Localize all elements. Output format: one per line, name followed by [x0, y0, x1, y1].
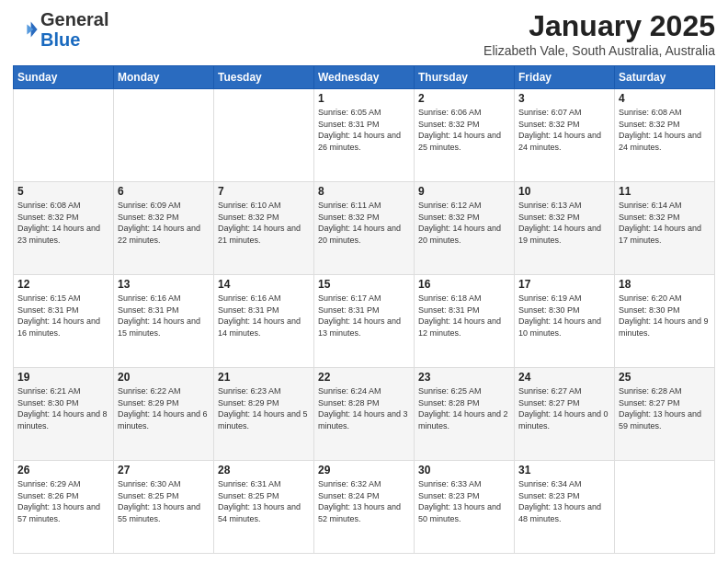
day-number: 8: [318, 185, 410, 198]
day-info: Sunrise: 6:13 AM Sunset: 8:32 PM Dayligh…: [518, 200, 610, 246]
calendar-cell: [214, 89, 314, 182]
title-area: January 2025 Elizabeth Vale, South Austr…: [483, 9, 715, 58]
month-title: January 2025: [483, 9, 715, 43]
calendar-cell: 29Sunrise: 6:32 AM Sunset: 8:24 PM Dayli…: [314, 461, 415, 554]
day-info: Sunrise: 6:12 AM Sunset: 8:32 PM Dayligh…: [418, 200, 510, 246]
day-number: 25: [619, 371, 711, 384]
page: General Blue January 2025 Elizabeth Vale…: [0, 0, 728, 563]
logo-icon: [13, 17, 39, 42]
week-row-2: 5Sunrise: 6:08 AM Sunset: 8:32 PM Daylig…: [14, 182, 715, 275]
week-row-4: 19Sunrise: 6:21 AM Sunset: 8:30 PM Dayli…: [14, 368, 715, 461]
day-info: Sunrise: 6:11 AM Sunset: 8:32 PM Dayligh…: [318, 200, 410, 246]
calendar-cell: 20Sunrise: 6:22 AM Sunset: 8:29 PM Dayli…: [114, 368, 214, 461]
day-number: 10: [518, 185, 610, 198]
day-number: 6: [118, 185, 210, 198]
calendar-cell: 5Sunrise: 6:08 AM Sunset: 8:32 PM Daylig…: [14, 182, 114, 275]
calendar-cell: 10Sunrise: 6:13 AM Sunset: 8:32 PM Dayli…: [515, 182, 615, 275]
day-number: 18: [619, 278, 711, 291]
logo-blue: Blue: [40, 29, 80, 50]
day-number: 30: [418, 464, 510, 477]
day-info: Sunrise: 6:09 AM Sunset: 8:32 PM Dayligh…: [118, 200, 210, 246]
header: General Blue January 2025 Elizabeth Vale…: [13, 9, 715, 58]
calendar-cell: 15Sunrise: 6:17 AM Sunset: 8:31 PM Dayli…: [314, 275, 415, 368]
calendar-cell: 1Sunrise: 6:05 AM Sunset: 8:31 PM Daylig…: [314, 89, 415, 182]
day-info: Sunrise: 6:20 AM Sunset: 8:30 PM Dayligh…: [619, 293, 711, 339]
week-row-5: 26Sunrise: 6:29 AM Sunset: 8:26 PM Dayli…: [14, 461, 715, 554]
day-info: Sunrise: 6:07 AM Sunset: 8:32 PM Dayligh…: [518, 107, 610, 153]
day-number: 13: [118, 278, 210, 291]
weekday-header-saturday: Saturday: [615, 66, 715, 89]
calendar-cell: 13Sunrise: 6:16 AM Sunset: 8:31 PM Dayli…: [114, 275, 214, 368]
calendar-cell: 19Sunrise: 6:21 AM Sunset: 8:30 PM Dayli…: [14, 368, 114, 461]
calendar-cell: 24Sunrise: 6:27 AM Sunset: 8:27 PM Dayli…: [515, 368, 615, 461]
calendar-cell: 21Sunrise: 6:23 AM Sunset: 8:29 PM Dayli…: [214, 368, 314, 461]
calendar-cell: 27Sunrise: 6:30 AM Sunset: 8:25 PM Dayli…: [114, 461, 214, 554]
day-info: Sunrise: 6:29 AM Sunset: 8:26 PM Dayligh…: [17, 478, 109, 524]
day-info: Sunrise: 6:18 AM Sunset: 8:31 PM Dayligh…: [418, 293, 510, 339]
weekday-header-monday: Monday: [114, 66, 214, 89]
day-info: Sunrise: 6:25 AM Sunset: 8:28 PM Dayligh…: [418, 385, 510, 431]
calendar-cell: 12Sunrise: 6:15 AM Sunset: 8:31 PM Dayli…: [14, 275, 114, 368]
calendar-cell: 18Sunrise: 6:20 AM Sunset: 8:30 PM Dayli…: [615, 275, 715, 368]
day-number: 11: [619, 185, 711, 198]
calendar-cell: [14, 89, 114, 182]
weekday-header-thursday: Thursday: [415, 66, 515, 89]
day-info: Sunrise: 6:16 AM Sunset: 8:31 PM Dayligh…: [218, 293, 310, 339]
day-info: Sunrise: 6:10 AM Sunset: 8:32 PM Dayligh…: [218, 200, 310, 246]
day-info: Sunrise: 6:05 AM Sunset: 8:31 PM Dayligh…: [318, 107, 410, 153]
day-number: 1: [318, 92, 410, 105]
day-number: 26: [17, 464, 109, 477]
calendar-cell: [114, 89, 214, 182]
weekday-header-sunday: Sunday: [14, 66, 114, 89]
day-number: 5: [17, 185, 109, 198]
day-info: Sunrise: 6:30 AM Sunset: 8:25 PM Dayligh…: [118, 478, 210, 524]
day-info: Sunrise: 6:08 AM Sunset: 8:32 PM Dayligh…: [619, 107, 711, 153]
day-number: 15: [318, 278, 410, 291]
day-number: 20: [118, 371, 210, 384]
day-info: Sunrise: 6:16 AM Sunset: 8:31 PM Dayligh…: [118, 293, 210, 339]
day-number: 7: [218, 185, 310, 198]
calendar-cell: 25Sunrise: 6:28 AM Sunset: 8:27 PM Dayli…: [615, 368, 715, 461]
day-info: Sunrise: 6:19 AM Sunset: 8:30 PM Dayligh…: [518, 293, 610, 339]
day-info: Sunrise: 6:21 AM Sunset: 8:30 PM Dayligh…: [17, 385, 109, 431]
weekday-header-wednesday: Wednesday: [314, 66, 415, 89]
calendar-cell: 31Sunrise: 6:34 AM Sunset: 8:23 PM Dayli…: [515, 461, 615, 554]
weekday-header-friday: Friday: [515, 66, 615, 89]
day-info: Sunrise: 6:32 AM Sunset: 8:24 PM Dayligh…: [318, 478, 410, 524]
calendar-cell: 17Sunrise: 6:19 AM Sunset: 8:30 PM Dayli…: [515, 275, 615, 368]
day-info: Sunrise: 6:22 AM Sunset: 8:29 PM Dayligh…: [118, 385, 210, 431]
day-number: 9: [418, 185, 510, 198]
day-number: 27: [118, 464, 210, 477]
day-info: Sunrise: 6:17 AM Sunset: 8:31 PM Dayligh…: [318, 293, 410, 339]
calendar-cell: 22Sunrise: 6:24 AM Sunset: 8:28 PM Dayli…: [314, 368, 415, 461]
calendar-cell: 3Sunrise: 6:07 AM Sunset: 8:32 PM Daylig…: [515, 89, 615, 182]
day-info: Sunrise: 6:06 AM Sunset: 8:32 PM Dayligh…: [418, 107, 510, 153]
calendar: SundayMondayTuesdayWednesdayThursdayFrid…: [13, 65, 715, 554]
day-info: Sunrise: 6:31 AM Sunset: 8:25 PM Dayligh…: [218, 478, 310, 524]
calendar-cell: 30Sunrise: 6:33 AM Sunset: 8:23 PM Dayli…: [415, 461, 515, 554]
calendar-cell: 11Sunrise: 6:14 AM Sunset: 8:32 PM Dayli…: [615, 182, 715, 275]
day-info: Sunrise: 6:08 AM Sunset: 8:32 PM Dayligh…: [17, 200, 109, 246]
day-number: 29: [318, 464, 410, 477]
weekday-header-tuesday: Tuesday: [214, 66, 314, 89]
logo-general: General: [40, 9, 108, 29]
calendar-cell: 6Sunrise: 6:09 AM Sunset: 8:32 PM Daylig…: [114, 182, 214, 275]
day-info: Sunrise: 6:23 AM Sunset: 8:29 PM Dayligh…: [218, 385, 310, 431]
day-number: 16: [418, 278, 510, 291]
day-number: 4: [619, 92, 711, 105]
calendar-cell: 8Sunrise: 6:11 AM Sunset: 8:32 PM Daylig…: [314, 182, 415, 275]
calendar-cell: 7Sunrise: 6:10 AM Sunset: 8:32 PM Daylig…: [214, 182, 314, 275]
location: Elizabeth Vale, South Australia, Austral…: [483, 43, 715, 58]
calendar-cell: 9Sunrise: 6:12 AM Sunset: 8:32 PM Daylig…: [415, 182, 515, 275]
calendar-cell: 28Sunrise: 6:31 AM Sunset: 8:25 PM Dayli…: [214, 461, 314, 554]
calendar-cell: 26Sunrise: 6:29 AM Sunset: 8:26 PM Dayli…: [14, 461, 114, 554]
logo-text: General Blue: [40, 9, 108, 50]
day-info: Sunrise: 6:34 AM Sunset: 8:23 PM Dayligh…: [518, 478, 610, 524]
day-number: 22: [318, 371, 410, 384]
day-number: 19: [17, 371, 109, 384]
week-row-1: 1Sunrise: 6:05 AM Sunset: 8:31 PM Daylig…: [14, 89, 715, 182]
day-info: Sunrise: 6:28 AM Sunset: 8:27 PM Dayligh…: [619, 385, 711, 431]
day-info: Sunrise: 6:27 AM Sunset: 8:27 PM Dayligh…: [518, 385, 610, 431]
calendar-cell: 16Sunrise: 6:18 AM Sunset: 8:31 PM Dayli…: [415, 275, 515, 368]
day-number: 24: [518, 371, 610, 384]
